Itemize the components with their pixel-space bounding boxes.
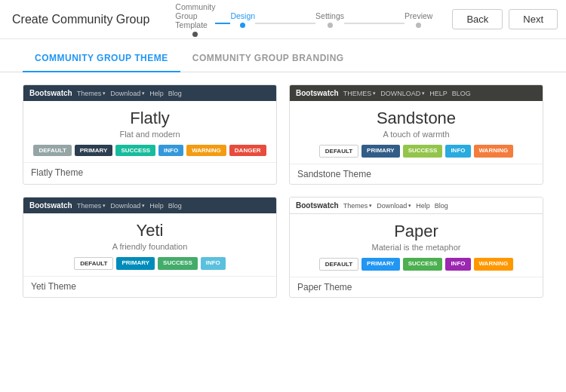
step-1-dot xyxy=(192,32,198,37)
yeti-btn-default: Default xyxy=(74,257,113,270)
theme-card-flatly[interactable]: Bootswatch Themes ▾ Download ▾ Help Blog… xyxy=(23,84,277,185)
connector-2d xyxy=(300,23,315,24)
tab-community-group-branding[interactable]: COMMUNITY GROUP BRANDING xyxy=(180,45,356,72)
flatly-btn-success: Success xyxy=(115,145,155,156)
sandstone-header: Bootswatch THEMES ▾ DOWNLOAD ▾ HELP BLOG xyxy=(290,85,543,101)
paper-btn-primary: PRIMARY xyxy=(361,258,400,271)
step-4-label: Preview xyxy=(405,11,432,20)
step-2-dot xyxy=(240,23,245,28)
paper-buttons: DEFAULT PRIMARY SUCCESS INFO WARNING xyxy=(299,258,534,271)
yeti-body: Yeti A friendly foundation Default Prima… xyxy=(23,213,276,276)
step-3: Settings xyxy=(315,11,344,28)
connector-2b xyxy=(270,23,285,24)
step-4-dot xyxy=(416,23,421,28)
yeti-btn-info: Info xyxy=(201,257,226,270)
connector-3b xyxy=(359,23,374,24)
connector-3d xyxy=(389,23,405,24)
connector-1 xyxy=(215,23,230,24)
paper-btn-info: INFO xyxy=(445,258,470,271)
paper-btn-warning: WARNING xyxy=(474,258,514,271)
page-title: Create Community Group xyxy=(12,13,149,26)
paper-label: Paper Theme xyxy=(290,277,543,297)
flatly-btn-info: Info xyxy=(158,145,183,156)
flatly-tagline: Flat and modern xyxy=(32,130,267,139)
wizard-steps: Community Group Template Design Settings xyxy=(168,2,440,37)
yeti-label: Yeti Theme xyxy=(23,276,276,296)
yeti-tagline: A friendly foundation xyxy=(32,242,267,251)
flatly-body: Flatly Flat and modern Default Primary S… xyxy=(23,101,276,162)
paper-body: Paper Material is the metaphor DEFAULT P… xyxy=(290,214,543,277)
yeti-btn-primary: Primary xyxy=(116,257,155,270)
yeti-btn-success: Success xyxy=(158,257,198,270)
sandstone-label: Sandstone Theme xyxy=(290,164,543,184)
theme-card-sandstone[interactable]: Bootswatch THEMES ▾ DOWNLOAD ▾ HELP BLOG… xyxy=(289,84,543,185)
theme-card-paper[interactable]: Bootswatch Themes ▾ Download ▾ Help Blog… xyxy=(289,197,543,298)
step-2-label: Design xyxy=(230,11,255,20)
flatly-buttons: Default Primary Success Info Warning Dan… xyxy=(32,145,267,156)
sandstone-btn-warning: WARNING xyxy=(474,145,514,158)
theme-card-yeti[interactable]: Bootswatch Themes ▾ Download ▾ Help Blog… xyxy=(23,197,277,298)
yeti-buttons: Default Primary Success Info xyxy=(32,257,267,270)
step-3-dot xyxy=(328,23,333,28)
sandstone-body: Sandstone A touch of warmth DEFAULT PRIM… xyxy=(290,101,543,164)
flatly-btn-primary: Primary xyxy=(75,145,113,156)
sandstone-buttons: DEFAULT PRIMARY SUCCESS INFO WARNING xyxy=(299,145,534,158)
sandstone-tagline: A touch of warmth xyxy=(299,130,534,139)
flatly-header: Bootswatch Themes ▾ Download ▾ Help Blog xyxy=(23,85,276,101)
tabs-row: COMMUNITY GROUP THEME COMMUNITY GROUP BR… xyxy=(0,45,566,72)
flatly-btn-default: Default xyxy=(33,145,71,156)
paper-btn-default: DEFAULT xyxy=(319,258,358,271)
paper-tagline: Material is the metaphor xyxy=(299,243,534,252)
paper-btn-success: SUCCESS xyxy=(403,258,443,271)
yeti-name: Yeti xyxy=(32,221,267,240)
flatly-btn-danger: Danger xyxy=(229,145,266,156)
sandstone-btn-default: DEFAULT xyxy=(319,145,358,158)
connector-3 xyxy=(344,23,359,24)
back-button[interactable]: Back xyxy=(452,9,503,29)
paper-name: Paper xyxy=(299,222,534,241)
sandstone-name: Sandstone xyxy=(299,109,534,128)
flatly-label: Flatly Theme xyxy=(23,162,276,182)
connector-3c xyxy=(374,23,389,24)
connector-2 xyxy=(255,23,270,24)
step-3-label: Settings xyxy=(315,11,344,20)
step-1: Community Group Template xyxy=(175,2,215,37)
step-4: Preview xyxy=(405,11,432,28)
sandstone-btn-success: SUCCESS xyxy=(403,145,443,158)
theme-grid: Bootswatch Themes ▾ Download ▾ Help Blog… xyxy=(0,72,566,310)
sandstone-btn-primary: PRIMARY xyxy=(361,145,400,158)
page-header: Create Community Group Community Group T… xyxy=(0,0,566,39)
next-button[interactable]: Next xyxy=(509,9,558,29)
step-1-label: Community Group Template xyxy=(175,2,215,29)
paper-header: Bootswatch Themes ▾ Download ▾ Help Blog xyxy=(290,198,543,214)
flatly-btn-warning: Warning xyxy=(186,145,226,156)
yeti-header: Bootswatch Themes ▾ Download ▾ Help Blog xyxy=(23,198,276,213)
header-buttons: Back Next xyxy=(452,9,558,29)
connector-2c xyxy=(285,23,300,24)
tab-community-group-theme[interactable]: COMMUNITY GROUP THEME xyxy=(23,45,180,72)
sandstone-btn-info: INFO xyxy=(445,145,470,158)
step-2: Design xyxy=(230,11,255,28)
flatly-name: Flatly xyxy=(32,109,267,128)
